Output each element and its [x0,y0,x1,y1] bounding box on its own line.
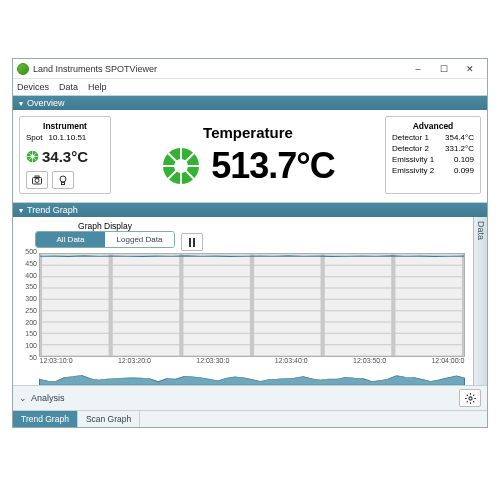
svg-point-7 [35,179,39,183]
menu-devices[interactable]: Devices [17,82,49,92]
overview-section: ▾ Overview Instrument Spot 10.1.10.51 [13,95,487,202]
overview-sparkline[interactable] [39,369,465,385]
bulb-icon [57,174,69,186]
camera-button[interactable] [26,171,48,189]
adv-v2: 0.109 [454,155,474,164]
adv-v0: 354.4°C [445,133,474,142]
overview-header[interactable]: ▾ Overview [13,96,487,110]
app-window: Land Instruments SPOTViewer – ☐ ✕ Device… [12,58,488,428]
spot-temperature: 34.3°C [42,148,88,165]
trend-title: Trend Graph [27,205,78,215]
analysis-label: Analysis [31,393,459,403]
spark-canvas [39,369,465,385]
svg-point-16 [174,159,188,173]
menu-data[interactable]: Data [59,82,78,92]
adv-v1: 331.2°C [445,144,474,153]
menu-bar: Devices Data Help [13,79,487,95]
chart-canvas [40,254,464,356]
overview-title: Overview [27,98,65,108]
main-temp-label: Temperature [203,124,293,141]
advanced-panel: Advanced Detector 1354.4°C Detector 2331… [385,116,481,194]
main-status-icon [161,146,201,186]
app-icon [17,63,29,75]
gear-icon [464,392,477,405]
window-title: Land Instruments SPOTViewer [33,64,405,74]
pause-button[interactable] [181,233,203,251]
svg-point-9 [60,176,66,182]
adv-v3: 0.099 [454,166,474,175]
chart-area[interactable] [39,253,465,357]
seg-all-data[interactable]: All Data [36,232,105,247]
settings-button[interactable] [459,389,481,407]
pause-icon [189,238,191,247]
caret-down-icon: ⌄ [19,393,27,403]
instrument-panel: Instrument Spot 10.1.10.51 34.3°C [19,116,111,194]
main-temperature-value: 513.7°C [211,145,334,187]
minimize-button[interactable]: – [405,62,431,76]
trend-chart: 50100150200250300350400450500 12:03:10:0… [19,251,467,385]
graph-display-segment: All Data Logged Data [35,231,175,248]
graph-display-label: Graph Display [35,221,175,231]
bulb-button[interactable] [52,171,74,189]
main-temperature-panel: Temperature 513.7°C [117,116,379,194]
adv-k2: Emissivity 1 [392,155,434,164]
seg-logged-data[interactable]: Logged Data [105,232,174,247]
trend-header[interactable]: ▾ Trend Graph [13,203,487,217]
spot-label: Spot [26,133,42,142]
maximize-button[interactable]: ☐ [431,62,457,76]
spot-ip: 10.1.10.51 [48,133,86,142]
caret-down-icon: ▾ [19,99,23,108]
adv-k1: Detector 2 [392,144,429,153]
svg-point-5 [31,155,35,159]
instrument-header: Instrument [26,121,104,131]
trend-section: ▾ Trend Graph Data Graph Display All Dat… [13,202,487,385]
title-bar: Land Instruments SPOTViewer – ☐ ✕ [13,59,487,79]
analysis-row[interactable]: ⌄ Analysis [13,385,487,410]
status-icon [26,150,39,163]
svg-rect-10 [62,183,65,185]
adv-k3: Emissivity 2 [392,166,434,175]
bottom-tabs: Trend Graph Scan Graph [13,410,487,427]
close-button[interactable]: ✕ [457,62,483,76]
menu-help[interactable]: Help [88,82,107,92]
y-axis: 50100150200250300350400450500 [19,251,39,357]
svg-point-34 [468,396,471,399]
tab-scan-graph[interactable]: Scan Graph [78,411,140,427]
advanced-header: Advanced [392,121,474,131]
x-axis: 12:03:10:012:03:20:012:03:30:012:03:40:0… [39,357,465,369]
tab-trend-graph[interactable]: Trend Graph [13,411,78,427]
adv-k0: Detector 1 [392,133,429,142]
camera-icon [31,174,43,186]
caret-down-icon: ▾ [19,206,23,215]
data-side-tab[interactable]: Data [473,217,487,385]
